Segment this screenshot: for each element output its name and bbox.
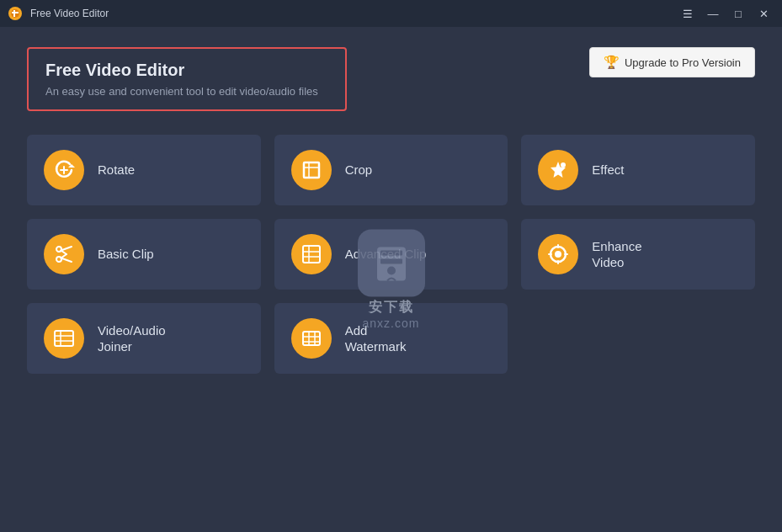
- title-bar: Free Video Editor ☰ — □ ✕: [0, 0, 782, 27]
- effect-label: Effect: [592, 162, 624, 178]
- app-title: Free Video Editor: [45, 61, 328, 80]
- crop-icon-circle: [291, 150, 332, 190]
- svg-rect-3: [12, 12, 19, 13]
- basic-clip-label: Basic Clip: [98, 246, 154, 263]
- svg-line-14: [61, 247, 72, 251]
- tools-grid: Rotate Crop Effect: [27, 135, 755, 374]
- svg-point-11: [561, 162, 566, 168]
- svg-rect-32: [303, 332, 320, 345]
- video-audio-joiner-tool[interactable]: Video/AudioJoiner: [27, 303, 261, 374]
- svg-line-15: [61, 258, 72, 263]
- rotate-tool[interactable]: Rotate: [27, 135, 261, 205]
- enhance-video-label: EnhanceVideo: [592, 238, 641, 271]
- close-button[interactable]: ✕: [752, 4, 775, 23]
- advanced-clip-icon-circle: [291, 234, 332, 274]
- svg-line-16: [61, 251, 67, 255]
- enhance-video-icon-circle: [538, 234, 578, 274]
- upgrade-label: Upgrade to Pro Versioin: [625, 56, 741, 69]
- window-controls: ☰ — □ ✕: [676, 4, 775, 23]
- crop-label: Crop: [345, 162, 373, 178]
- svg-rect-18: [303, 246, 320, 263]
- svg-rect-7: [304, 162, 319, 178]
- rotate-icon-circle: [44, 150, 84, 190]
- main-content: Free Video Editor An easy use and conven…: [0, 27, 782, 532]
- app-icon: [7, 5, 24, 22]
- add-watermark-label: AddWatermark: [345, 322, 407, 355]
- header-section: Free Video Editor An easy use and conven…: [27, 47, 755, 111]
- effect-icon-circle: [538, 150, 578, 190]
- add-watermark-tool[interactable]: AddWatermark: [274, 303, 508, 374]
- advanced-clip-tool[interactable]: Advanced Clip: [274, 219, 508, 290]
- advanced-clip-label: Advanced Clip: [345, 246, 427, 263]
- video-audio-joiner-icon-circle: [44, 318, 84, 359]
- title-bar-text: Free Video Editor: [30, 8, 676, 19]
- basic-clip-tool[interactable]: Basic Clip: [27, 219, 261, 290]
- effect-tool[interactable]: Effect: [521, 135, 755, 205]
- svg-line-17: [61, 254, 67, 258]
- add-watermark-icon-circle: [291, 318, 332, 359]
- video-audio-joiner-label: Video/AudioJoiner: [98, 322, 166, 355]
- svg-point-23: [555, 251, 561, 258]
- app-info-box: Free Video Editor An easy use and conven…: [27, 47, 347, 111]
- enhance-video-tool[interactable]: EnhanceVideo: [521, 219, 755, 290]
- crop-tool[interactable]: Crop: [274, 135, 508, 205]
- menu-button[interactable]: ☰: [676, 4, 700, 23]
- rotate-label: Rotate: [98, 162, 135, 178]
- app-subtitle: An easy use and convenient tool to edit …: [45, 85, 328, 98]
- maximize-button[interactable]: □: [726, 4, 750, 23]
- basic-clip-icon-circle: [44, 234, 84, 274]
- svg-rect-28: [55, 331, 73, 346]
- upgrade-button[interactable]: 🏆 Upgrade to Pro Versioin: [589, 47, 755, 77]
- minimize-button[interactable]: —: [701, 4, 725, 23]
- upgrade-icon: 🏆: [604, 55, 620, 70]
